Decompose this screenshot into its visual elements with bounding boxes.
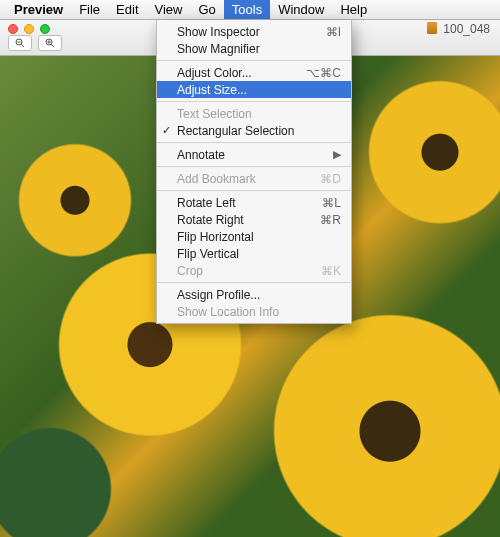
svg-line-1: [21, 44, 24, 47]
menu-item-shortcut: ⌘R: [320, 213, 341, 227]
window-title: 100_048: [427, 22, 490, 36]
toolbar: [8, 35, 62, 51]
menu-item-label: Show Location Info: [177, 305, 341, 319]
svg-line-4: [51, 44, 54, 47]
menu-item-label: Show Inspector: [177, 25, 326, 39]
checkmark-icon: ✓: [162, 124, 171, 137]
menu-item-shortcut: ⌥⌘C: [306, 66, 341, 80]
window-title-text: 100_048: [443, 22, 490, 36]
menu-item-adjust-size[interactable]: Adjust Size...: [157, 81, 351, 98]
menu-tools[interactable]: Tools: [224, 0, 270, 19]
tools-menu-dropdown: Show Inspector⌘IShow MagnifierAdjust Col…: [156, 20, 352, 324]
menu-item-label: Adjust Size...: [177, 83, 341, 97]
menu-item-add-bookmark: Add Bookmark⌘D: [157, 170, 351, 187]
menu-item-label: Crop: [177, 264, 321, 278]
menu-item-adjust-color[interactable]: Adjust Color...⌥⌘C: [157, 64, 351, 81]
menu-item-shortcut: ⌘L: [322, 196, 341, 210]
menu-item-show-location-info: Show Location Info: [157, 303, 351, 320]
minimize-window-button[interactable]: [24, 24, 34, 34]
menu-item-show-magnifier[interactable]: Show Magnifier: [157, 40, 351, 57]
menu-item-assign-profile[interactable]: Assign Profile...: [157, 286, 351, 303]
zoom-window-button[interactable]: [40, 24, 50, 34]
menu-item-text-selection: Text Selection: [157, 105, 351, 122]
menu-item-annotate[interactable]: Annotate▶: [157, 146, 351, 163]
menu-item-rectangular-selection[interactable]: ✓Rectangular Selection: [157, 122, 351, 139]
menu-item-label: Rotate Left: [177, 196, 322, 210]
submenu-arrow-icon: ▶: [333, 148, 341, 161]
close-window-button[interactable]: [8, 24, 18, 34]
menu-item-rotate-left[interactable]: Rotate Left⌘L: [157, 194, 351, 211]
menu-view[interactable]: View: [147, 0, 191, 19]
menu-item-label: Show Magnifier: [177, 42, 341, 56]
menu-item-shortcut: ⌘K: [321, 264, 341, 278]
menu-item-label: Rectangular Selection: [177, 124, 341, 138]
magnifier-minus-icon: [15, 38, 25, 48]
menu-item-shortcut: ⌘D: [320, 172, 341, 186]
menu-item-label: Rotate Right: [177, 213, 320, 227]
menu-edit[interactable]: Edit: [108, 0, 146, 19]
menu-window[interactable]: Window: [270, 0, 332, 19]
document-icon: [427, 22, 437, 34]
menu-item-label: Assign Profile...: [177, 288, 341, 302]
menu-item-label: Text Selection: [177, 107, 341, 121]
traffic-lights: [8, 24, 50, 34]
zoom-in-button[interactable]: [38, 35, 62, 51]
menu-item-rotate-right[interactable]: Rotate Right⌘R: [157, 211, 351, 228]
menu-item-label: Adjust Color...: [177, 66, 306, 80]
menu-item-shortcut: ⌘I: [326, 25, 341, 39]
menubar: Preview FileEditViewGoToolsWindowHelp: [0, 0, 500, 20]
menu-go[interactable]: Go: [190, 0, 223, 19]
menu-item-label: Annotate: [177, 148, 333, 162]
menu-item-flip-vertical[interactable]: Flip Vertical: [157, 245, 351, 262]
menu-help[interactable]: Help: [332, 0, 375, 19]
menu-item-show-inspector[interactable]: Show Inspector⌘I: [157, 23, 351, 40]
menu-item-label: Add Bookmark: [177, 172, 320, 186]
menu-item-label: Flip Horizontal: [177, 230, 341, 244]
menu-item-crop: Crop⌘K: [157, 262, 351, 279]
menu-file[interactable]: File: [71, 0, 108, 19]
magnifier-plus-icon: [45, 38, 55, 48]
zoom-out-button[interactable]: [8, 35, 32, 51]
menu-item-label: Flip Vertical: [177, 247, 341, 261]
app-name: Preview: [6, 0, 71, 19]
menu-item-flip-horizontal[interactable]: Flip Horizontal: [157, 228, 351, 245]
